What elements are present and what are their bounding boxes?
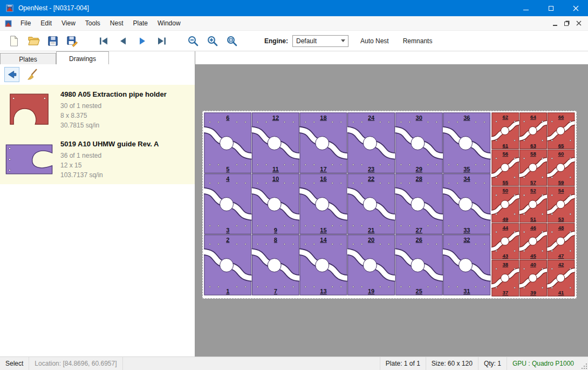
- menu-edit[interactable]: Edit: [36, 16, 57, 30]
- part-number: 65: [558, 143, 564, 149]
- next-plate-button[interactable]: [134, 32, 151, 50]
- nest-part-pair[interactable]: 5655: [490, 150, 521, 186]
- auto-nest-button[interactable]: Auto Nest: [358, 35, 391, 47]
- engine-select[interactable]: Default: [292, 35, 348, 47]
- zoom-out-button[interactable]: [184, 32, 202, 50]
- part-number: 37: [503, 290, 509, 295]
- resize-grip[interactable]: [579, 357, 588, 370]
- part-number: 51: [530, 216, 536, 222]
- save-as-button[interactable]: [64, 32, 81, 50]
- part-number: 59: [558, 179, 564, 185]
- window-title: OpenNest - [N0317-004]: [18, 4, 89, 12]
- nest-part-pair[interactable]: 1817: [298, 113, 348, 173]
- part-number: 23: [368, 166, 374, 172]
- nest-part-pair[interactable]: 5453: [546, 186, 576, 223]
- nest-part-pair[interactable]: 2423: [346, 113, 396, 173]
- part-number: 32: [463, 237, 470, 243]
- menu-nest[interactable]: Nest: [105, 16, 128, 30]
- tab-plates[interactable]: Plates: [0, 53, 56, 64]
- menu-plate[interactable]: Plate: [128, 16, 153, 30]
- part-number: 53: [558, 216, 564, 222]
- list-item[interactable]: 4980 A05 Extraction pipe holder 30 of 1 …: [0, 85, 195, 134]
- part-thumbnail[interactable]: [4, 89, 54, 130]
- part-number: 5: [226, 166, 229, 172]
- part-nested-count: 30 of 1 nested: [60, 101, 167, 111]
- status-mode: Select: [0, 357, 29, 370]
- nest-part-pair[interactable]: 5251: [518, 186, 549, 223]
- nest-part-pair[interactable]: 6261: [490, 113, 521, 149]
- nest-part-pair[interactable]: 109: [251, 174, 301, 234]
- maximize-button[interactable]: [538, 0, 563, 16]
- part-number: 46: [530, 225, 536, 231]
- nest-part-pair[interactable]: 3837: [490, 260, 521, 297]
- mdi-minimize-button[interactable]: [549, 17, 561, 29]
- nest-part-pair[interactable]: 4847: [546, 223, 576, 259]
- close-button[interactable]: [563, 0, 588, 16]
- part-number: 8: [274, 237, 277, 243]
- part-nested-count: 36 of 1 nested: [60, 151, 159, 160]
- previous-plate-button[interactable]: [114, 32, 132, 50]
- remnants-button[interactable]: Remnants: [401, 35, 435, 47]
- nest-part-pair[interactable]: 43: [203, 174, 253, 234]
- nest-part-pair[interactable]: 3433: [442, 174, 492, 234]
- nest-part-pair[interactable]: 87: [251, 235, 301, 295]
- zoom-in-button[interactable]: [204, 32, 221, 50]
- nest-svg[interactable]: 6512111817242330293635431091615222128273…: [203, 111, 576, 298]
- new-button[interactable]: [5, 32, 23, 50]
- part-number: 45: [530, 253, 536, 259]
- new-file-icon: [8, 35, 20, 47]
- nest-part-pair[interactable]: 1615: [298, 174, 348, 234]
- minimize-button[interactable]: [514, 0, 538, 16]
- nest-part-pair[interactable]: 2625: [394, 235, 444, 295]
- save-button[interactable]: [44, 32, 61, 50]
- nest-part-pair[interactable]: 4645: [518, 223, 549, 259]
- list-item[interactable]: 5019 A10 UHMW guide Rev. A 36 of 1 neste…: [0, 134, 195, 184]
- red-part-shape: [8, 92, 51, 127]
- blue-arrow-left-icon: [5, 68, 18, 81]
- nest-part-pair[interactable]: 21: [203, 235, 253, 295]
- nest-part-pair[interactable]: 4039: [518, 260, 549, 297]
- status-bar: Select Location: [84.8696, 60.6957] Plat…: [0, 356, 588, 370]
- mdi-restore-button[interactable]: [561, 17, 573, 29]
- menu-file[interactable]: File: [16, 16, 36, 30]
- first-plate-button[interactable]: [95, 32, 112, 50]
- nest-part-pair[interactable]: 3029: [394, 113, 444, 173]
- zoom-fit-button[interactable]: [223, 32, 241, 50]
- send-to-plate-button[interactable]: [4, 67, 19, 82]
- part-thumbnail[interactable]: [4, 139, 54, 180]
- nest-part-pair[interactable]: 6463: [518, 113, 549, 149]
- nest-part-pair[interactable]: 6665: [546, 113, 576, 149]
- panel-tabs: Plates Drawings: [0, 51, 195, 64]
- nest-part-pair[interactable]: 1413: [298, 235, 348, 295]
- nest-part-pair[interactable]: 2019: [346, 235, 396, 295]
- part-number: 18: [320, 115, 326, 121]
- part-size: 12 x 15: [60, 160, 159, 170]
- plate-sheet[interactable]: 6512111817242330293635431091615222128273…: [202, 111, 577, 299]
- last-plate-button[interactable]: [153, 32, 170, 50]
- nest-part-pair[interactable]: 3635: [442, 113, 492, 173]
- nest-part-pair[interactable]: 5049: [490, 186, 521, 223]
- nest-part-pair[interactable]: 4443: [490, 223, 521, 259]
- nest-canvas[interactable]: 6512111817242330293635431091615222128273…: [195, 64, 588, 356]
- nest-part-pair[interactable]: 2221: [346, 174, 396, 234]
- menu-window[interactable]: Window: [153, 16, 186, 30]
- menu-view[interactable]: View: [57, 16, 80, 30]
- mdi-close-button[interactable]: [573, 17, 585, 29]
- nest-part-pair[interactable]: 1211: [251, 113, 301, 173]
- menu-tools[interactable]: Tools: [80, 16, 105, 30]
- close-icon: [573, 5, 579, 11]
- mdi-restore-icon: [564, 22, 569, 26]
- part-number: 30: [416, 115, 422, 121]
- clear-button[interactable]: [25, 67, 40, 82]
- tab-drawings[interactable]: Drawings: [56, 51, 109, 64]
- nest-part-pair[interactable]: 6059: [546, 150, 576, 186]
- title-bar: OpenNest - [N0317-004]: [0, 0, 588, 16]
- nest-part-pair[interactable]: 4241: [546, 260, 576, 297]
- part-number: 62: [503, 114, 509, 120]
- part-size: 8 x 8.375: [60, 111, 167, 120]
- nest-part-pair[interactable]: 3231: [442, 235, 492, 295]
- nest-part-pair[interactable]: 5857: [518, 150, 549, 186]
- nest-part-pair[interactable]: 65: [203, 113, 253, 173]
- open-button[interactable]: [25, 32, 42, 50]
- nest-part-pair[interactable]: 2827: [394, 174, 444, 234]
